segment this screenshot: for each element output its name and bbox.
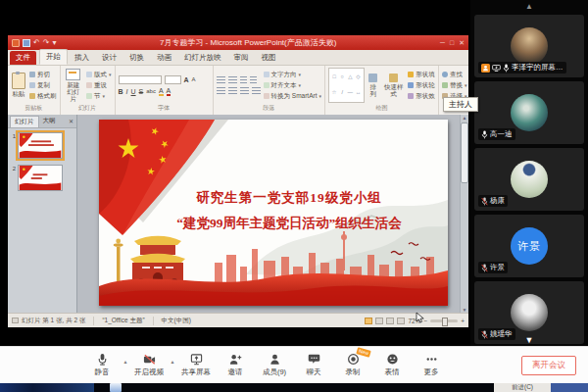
reset-button[interactable]: 重设: [86, 81, 112, 90]
scrollbar-up-icon[interactable]: ▲: [463, 115, 467, 121]
taskbar-preview-image[interactable]: [0, 383, 94, 392]
slide-1-thumbnail[interactable]: [18, 132, 63, 159]
close-button[interactable]: ✕: [459, 39, 465, 46]
more-button[interactable]: 更多: [412, 353, 451, 377]
tab-insert[interactable]: 插入: [69, 51, 95, 65]
scrollbar-thumb[interactable]: [461, 122, 468, 183]
slide-status-icon: [12, 318, 19, 323]
slides-tab[interactable]: 幻灯片: [10, 116, 39, 127]
shape-outline-button[interactable]: 形状轮廓: [408, 81, 435, 90]
undo-icon[interactable]: ↶: [33, 39, 40, 47]
strikethrough-button[interactable]: S: [139, 88, 144, 95]
background-dialog-button[interactable]: 前进(C): [494, 383, 551, 392]
microphone-icon: [96, 353, 109, 366]
scrollbar-down-icon[interactable]: ▼: [463, 307, 467, 313]
participant-tile[interactable]: 高一迪: [474, 81, 584, 144]
mute-options-caret-icon[interactable]: ▲: [122, 359, 129, 365]
layout-button[interactable]: 版式▾: [86, 71, 112, 79]
text-direction-button[interactable]: 文字方向▾: [264, 71, 321, 79]
slide-title-line2[interactable]: “建党99周年主题党日活动”组织生活会: [176, 216, 402, 230]
language-indicator[interactable]: 中文(中国): [162, 317, 191, 325]
new-slide-button[interactable]: 新建幻灯片: [64, 68, 83, 103]
normal-view-button[interactable]: [365, 318, 372, 324]
participant-tile-screen-share[interactable]: 李泽宇的屏幕…: [474, 15, 584, 77]
shrink-font-button[interactable]: A: [192, 76, 196, 82]
outline-tab[interactable]: 大纲: [39, 116, 60, 126]
shape-fill-button[interactable]: 形状填充: [408, 71, 435, 79]
participants-scroll-up-icon[interactable]: ▲: [525, 3, 533, 11]
tab-slideshow[interactable]: 幻灯片放映: [178, 51, 227, 65]
indent-decrease-icon[interactable]: [240, 76, 247, 83]
tab-view[interactable]: 视图: [256, 51, 282, 65]
indent-increase-icon[interactable]: [250, 76, 257, 83]
participant-tile[interactable]: 许景 许景: [474, 215, 584, 277]
zoom-slider-thumb[interactable]: [442, 318, 448, 326]
panel-close-icon[interactable]: ✕: [69, 118, 76, 124]
slide-canvas[interactable]: 研究生第一党支部19级党小组 “建党99周年主题党日活动”组织生活会: [99, 120, 448, 306]
quick-styles-button[interactable]: 快速样式: [382, 68, 405, 103]
tab-review[interactable]: 审阅: [228, 51, 255, 65]
underline-button[interactable]: U: [131, 88, 136, 95]
tab-home[interactable]: 开始: [39, 49, 68, 65]
reading-view-button[interactable]: [386, 318, 394, 324]
cut-button[interactable]: 剪切: [29, 71, 57, 79]
grow-font-button[interactable]: A: [184, 76, 189, 83]
invite-icon: [229, 353, 242, 366]
slideshow-view-button[interactable]: [397, 318, 405, 324]
slide-sorter-view-button[interactable]: [375, 318, 383, 324]
participant-tile[interactable]: 杨康: [474, 148, 584, 211]
text-effects-button[interactable]: A: [159, 87, 164, 96]
section-button[interactable]: 节▾: [86, 92, 112, 101]
record-button[interactable]: New 录制: [333, 353, 372, 377]
replace-button[interactable]: 替换▾: [442, 81, 467, 90]
shape-effects-button[interactable]: 形状效果: [408, 92, 435, 101]
align-right-icon[interactable]: [240, 87, 249, 94]
tab-file[interactable]: 文件: [10, 51, 36, 65]
find-button[interactable]: 查找: [442, 71, 467, 79]
numbering-icon[interactable]: [228, 76, 237, 83]
bold-button[interactable]: B: [119, 88, 123, 95]
tab-animations[interactable]: 动画: [151, 51, 177, 65]
mute-button[interactable]: 静音: [82, 353, 122, 377]
align-text-button[interactable]: 对齐文本▾: [264, 81, 321, 90]
arrange-button[interactable]: 排列: [368, 68, 380, 103]
clear-formatting-button[interactable]: abc: [146, 88, 156, 94]
align-left-icon[interactable]: [217, 87, 225, 94]
tab-design[interactable]: 设计: [96, 51, 122, 65]
title-bar[interactable]: ↶ ↷ ▾ 7月专题学习 - Microsoft PowerPoint(产品激活…: [8, 35, 468, 50]
powerpoint-app-icon[interactable]: [12, 39, 20, 47]
save-icon[interactable]: [23, 39, 30, 47]
slide-2-thumbnail[interactable]: [18, 165, 63, 191]
tab-transitions[interactable]: 切换: [123, 51, 150, 65]
leave-meeting-button[interactable]: 离开会议: [521, 356, 576, 375]
mail-app-icon[interactable]: [110, 383, 122, 392]
bullets-icon[interactable]: [217, 76, 225, 83]
start-video-button[interactable]: 开启视频: [129, 353, 169, 377]
font-name-select[interactable]: [119, 75, 162, 84]
zoom-in-button[interactable]: +: [461, 318, 465, 324]
emoji-button[interactable]: 表情: [372, 353, 412, 377]
paste-button[interactable]: 粘贴: [11, 68, 26, 103]
redo-icon[interactable]: ↷: [43, 39, 50, 47]
font-size-select[interactable]: [165, 75, 181, 84]
share-screen-button[interactable]: 共享屏幕: [176, 353, 216, 377]
slide-title-line1[interactable]: 研究生第一党支部19级党小组: [195, 190, 382, 205]
minimize-button[interactable]: ─: [440, 39, 445, 46]
zoom-slider[interactable]: [430, 319, 458, 322]
invite-button[interactable]: 邀请: [216, 353, 255, 377]
format-painter-button[interactable]: 格式刷: [29, 92, 57, 101]
avatar: [511, 161, 548, 198]
justify-icon[interactable]: [252, 87, 261, 94]
members-button[interactable]: 成员(9): [255, 353, 294, 377]
maximize-button[interactable]: □: [450, 39, 454, 46]
copy-button[interactable]: 复制: [29, 81, 57, 90]
participants-scroll-down-icon[interactable]: ▼: [525, 336, 534, 345]
video-options-caret-icon[interactable]: ▲: [169, 359, 176, 365]
font-color-button[interactable]: A: [167, 87, 172, 96]
smartart-button[interactable]: 转换为 SmartArt▾: [264, 92, 321, 101]
align-center-icon[interactable]: [228, 87, 237, 94]
vertical-scrollbar[interactable]: ▲ ▼: [460, 115, 468, 313]
italic-button[interactable]: I: [126, 88, 128, 95]
shapes-gallery[interactable]: □○△◇ ☆/—↔: [328, 68, 365, 103]
chat-button[interactable]: 聊天: [294, 353, 333, 377]
